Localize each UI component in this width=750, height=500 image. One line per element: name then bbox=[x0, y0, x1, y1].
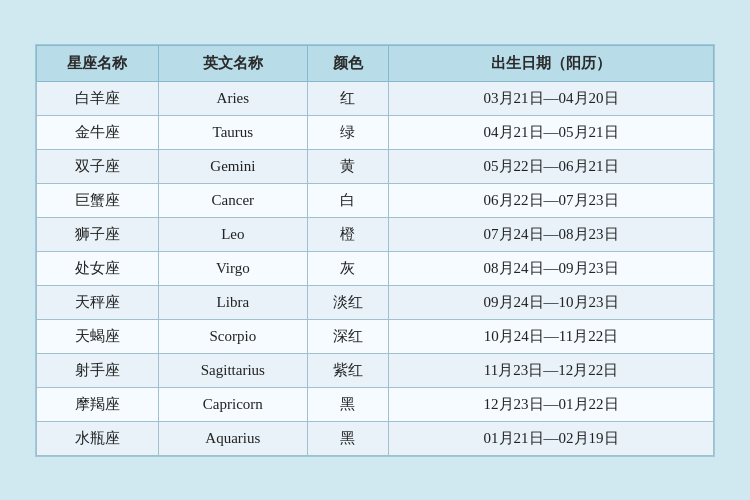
cell-chinese: 白羊座 bbox=[37, 81, 159, 115]
table-row: 金牛座Taurus绿04月21日—05月21日 bbox=[37, 115, 714, 149]
cell-english: Sagittarius bbox=[158, 353, 307, 387]
cell-color: 黄 bbox=[307, 149, 388, 183]
cell-date: 05月22日—06月21日 bbox=[389, 149, 714, 183]
cell-chinese: 水瓶座 bbox=[37, 421, 159, 455]
cell-chinese: 金牛座 bbox=[37, 115, 159, 149]
cell-chinese: 处女座 bbox=[37, 251, 159, 285]
cell-date: 12月23日—01月22日 bbox=[389, 387, 714, 421]
cell-date: 06月22日—07月23日 bbox=[389, 183, 714, 217]
cell-english: Leo bbox=[158, 217, 307, 251]
cell-color: 白 bbox=[307, 183, 388, 217]
cell-date: 08月24日—09月23日 bbox=[389, 251, 714, 285]
cell-color: 紫红 bbox=[307, 353, 388, 387]
cell-chinese: 双子座 bbox=[37, 149, 159, 183]
cell-english: Capricorn bbox=[158, 387, 307, 421]
header-chinese: 星座名称 bbox=[37, 45, 159, 81]
header-date: 出生日期（阳历） bbox=[389, 45, 714, 81]
table-row: 双子座Gemini黄05月22日—06月21日 bbox=[37, 149, 714, 183]
cell-date: 04月21日—05月21日 bbox=[389, 115, 714, 149]
cell-date: 07月24日—08月23日 bbox=[389, 217, 714, 251]
header-english: 英文名称 bbox=[158, 45, 307, 81]
cell-color: 橙 bbox=[307, 217, 388, 251]
table-row: 处女座Virgo灰08月24日—09月23日 bbox=[37, 251, 714, 285]
cell-english: Gemini bbox=[158, 149, 307, 183]
cell-color: 灰 bbox=[307, 251, 388, 285]
cell-chinese: 射手座 bbox=[37, 353, 159, 387]
zodiac-table-container: 星座名称 英文名称 颜色 出生日期（阳历） 白羊座Aries红03月21日—04… bbox=[35, 44, 715, 457]
cell-date: 10月24日—11月22日 bbox=[389, 319, 714, 353]
cell-date: 09月24日—10月23日 bbox=[389, 285, 714, 319]
cell-chinese: 巨蟹座 bbox=[37, 183, 159, 217]
table-row: 天蝎座Scorpio深红10月24日—11月22日 bbox=[37, 319, 714, 353]
table-row: 射手座Sagittarius紫红11月23日—12月22日 bbox=[37, 353, 714, 387]
cell-english: Cancer bbox=[158, 183, 307, 217]
cell-date: 01月21日—02月19日 bbox=[389, 421, 714, 455]
cell-english: Virgo bbox=[158, 251, 307, 285]
cell-color: 黑 bbox=[307, 387, 388, 421]
cell-chinese: 天蝎座 bbox=[37, 319, 159, 353]
cell-date: 03月21日—04月20日 bbox=[389, 81, 714, 115]
table-row: 狮子座Leo橙07月24日—08月23日 bbox=[37, 217, 714, 251]
cell-color: 黑 bbox=[307, 421, 388, 455]
table-row: 水瓶座Aquarius黑01月21日—02月19日 bbox=[37, 421, 714, 455]
cell-chinese: 天秤座 bbox=[37, 285, 159, 319]
cell-date: 11月23日—12月22日 bbox=[389, 353, 714, 387]
table-header-row: 星座名称 英文名称 颜色 出生日期（阳历） bbox=[37, 45, 714, 81]
table-body: 白羊座Aries红03月21日—04月20日金牛座Taurus绿04月21日—0… bbox=[37, 81, 714, 455]
cell-chinese: 摩羯座 bbox=[37, 387, 159, 421]
cell-english: Scorpio bbox=[158, 319, 307, 353]
cell-english: Aries bbox=[158, 81, 307, 115]
cell-color: 绿 bbox=[307, 115, 388, 149]
cell-english: Libra bbox=[158, 285, 307, 319]
cell-color: 深红 bbox=[307, 319, 388, 353]
table-row: 天秤座Libra淡红09月24日—10月23日 bbox=[37, 285, 714, 319]
table-row: 摩羯座Capricorn黑12月23日—01月22日 bbox=[37, 387, 714, 421]
zodiac-table: 星座名称 英文名称 颜色 出生日期（阳历） 白羊座Aries红03月21日—04… bbox=[36, 45, 714, 456]
header-color: 颜色 bbox=[307, 45, 388, 81]
cell-color: 淡红 bbox=[307, 285, 388, 319]
cell-chinese: 狮子座 bbox=[37, 217, 159, 251]
cell-english: Taurus bbox=[158, 115, 307, 149]
table-row: 白羊座Aries红03月21日—04月20日 bbox=[37, 81, 714, 115]
cell-color: 红 bbox=[307, 81, 388, 115]
cell-english: Aquarius bbox=[158, 421, 307, 455]
table-row: 巨蟹座Cancer白06月22日—07月23日 bbox=[37, 183, 714, 217]
